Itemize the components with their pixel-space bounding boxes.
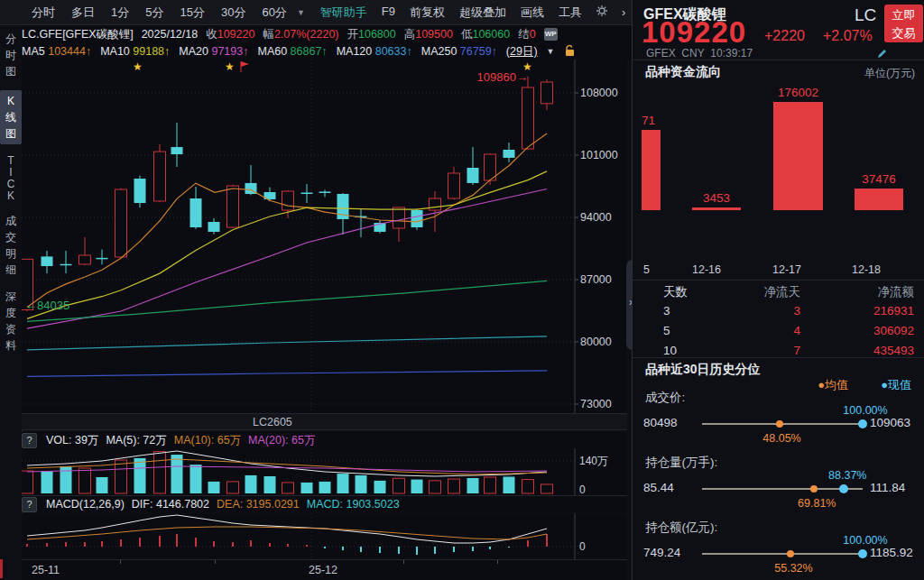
volume-bar: [504, 476, 515, 493]
chevron-down-icon[interactable]: ▼: [295, 8, 313, 17]
volume-bar: [97, 477, 108, 493]
candle: [282, 191, 294, 210]
tab-period-0[interactable]: 分时: [23, 5, 63, 21]
tab-period-5[interactable]: 30分: [213, 5, 254, 21]
sidebar-item-0[interactable]: 分 时 图: [0, 31, 22, 79]
menu-item-4[interactable]: 工具: [551, 5, 589, 21]
current-dot: [858, 419, 867, 428]
svg-text:80000: 80000: [580, 336, 612, 348]
menu-item-1[interactable]: 前复权: [402, 5, 452, 21]
candle: [79, 255, 91, 264]
fund-flow-value: 176002: [778, 86, 818, 99]
sidebar-item-3[interactable]: 成 交 明 细: [0, 213, 22, 278]
svg-text:140万: 140万: [579, 455, 608, 467]
ma-line-MA250: [27, 371, 547, 377]
vol-VOL-MA20: [27, 466, 547, 472]
axis-month-label: 25-11: [32, 564, 60, 576]
axis-month-label: 25-12: [309, 564, 337, 576]
volume-bar: [448, 479, 460, 493]
candle: [208, 222, 220, 232]
fund-flow-bar: [692, 207, 741, 210]
gear-icon[interactable]: [596, 5, 608, 20]
wp-icon[interactable]: WP: [544, 28, 558, 41]
slider-track[interactable]: [702, 553, 863, 555]
contract-tab[interactable]: LC2605: [22, 413, 627, 430]
sidebar-item-4[interactable]: 深 度 资 料: [0, 289, 22, 354]
ma-item: MA20 97193↑: [179, 45, 248, 58]
ma-line-MA120: [27, 336, 547, 350]
candle: [60, 264, 72, 266]
volume-chart[interactable]: 140万0: [22, 448, 627, 495]
candle: [467, 168, 479, 183]
kline-chart[interactable]: 10800010100094000870008000073000★★★10986…: [22, 60, 627, 413]
legend-current: ●现值: [881, 377, 911, 393]
average-dot: [776, 420, 783, 428]
vol-value: VOL: 39万: [46, 433, 98, 448]
slider-max-value: 1185.92: [870, 546, 913, 559]
ma-period-selector[interactable]: (29日): [506, 44, 538, 60]
average-dot: [787, 550, 794, 557]
high-price-annotation: 109860→: [477, 70, 528, 84]
current-pct: 88.37%: [828, 469, 866, 482]
sidebar: 分 时 图K 线 图T I C K成 交 明 细深 度 资 料: [0, 25, 23, 580]
edge-marker: [0, 559, 3, 578]
trading-terminal: 分时多日1分5分15分30分60分 ▼ 智研助手 F9前复权超级叠加画线工具 ›…: [0, 0, 924, 580]
slider-min-value: 80498: [643, 416, 678, 429]
candle: [227, 186, 239, 227]
volume-bar: [337, 474, 349, 493]
time-axis: 25-11 25-12: [22, 559, 627, 580]
quote-field: 开106800: [347, 27, 396, 42]
macd-dea: DEA: 3195.0291: [217, 498, 300, 511]
tab-period-6[interactable]: 60分: [254, 5, 294, 21]
slider-max-value: 109063: [870, 416, 910, 429]
table-row: 54306092: [633, 324, 924, 337]
menu-item-0[interactable]: F9: [374, 5, 402, 21]
expand-chevron-icon[interactable]: ›: [614, 5, 633, 19]
svg-text:108000: 108000: [580, 87, 618, 99]
candle: [541, 82, 553, 104]
chevron-down-icon[interactable]: ▼: [547, 47, 555, 56]
vol-VOL-MA5: [27, 451, 547, 476]
fund-flow-date: 5: [643, 263, 650, 276]
symbol-name: LC.GFE[GFEX碳酸锂]: [22, 27, 134, 42]
menu-item-3[interactable]: 画线: [513, 5, 551, 21]
volume-bar: [79, 468, 91, 493]
tab-period-2[interactable]: 1分: [103, 5, 137, 21]
fund-flow-date: 12-17: [772, 263, 801, 276]
slider-track[interactable]: [702, 488, 863, 490]
fund-flow-bar: [855, 189, 903, 210]
macd-name: MACD(12,26,9): [46, 498, 125, 511]
sidebar-item-2[interactable]: T I C K: [0, 155, 22, 202]
unlock-icon[interactable]: [564, 44, 576, 60]
quote-field: 高109500: [404, 27, 453, 42]
slider-label: 成交价:: [645, 390, 685, 406]
vol-ma20: MA(20): 65万: [248, 433, 315, 448]
average-pct: 55.32%: [774, 562, 812, 575]
table-row: 107435493: [633, 344, 924, 357]
macd-dif: DIF: 4146.7802: [132, 498, 209, 511]
fund-flow-dates: 512-1612-1712-18: [633, 263, 924, 278]
candle: [301, 192, 313, 194]
average-dot: [810, 485, 818, 493]
tab-period-1[interactable]: 多日: [63, 5, 103, 21]
macd-chart[interactable]: 0: [22, 513, 627, 559]
vol-VOL-MA10: [27, 459, 547, 474]
tab-period-3[interactable]: 5分: [137, 5, 171, 21]
candle: [430, 198, 441, 210]
quote-fields: 收109220幅2.07%(2220)开106800高109500低106060…: [206, 27, 535, 42]
volume-bar: [485, 477, 496, 493]
volume-bar: [116, 460, 127, 493]
volume-bar: [264, 476, 276, 493]
quote-field: 收109220: [206, 27, 254, 42]
help-icon[interactable]: ?: [22, 497, 37, 512]
tab-period-4[interactable]: 15分: [171, 5, 212, 21]
quote-field: 幅2.07%(2220): [263, 27, 338, 42]
sidebar-item-1[interactable]: K 线 图: [0, 90, 22, 144]
legend-average: ●均值: [818, 377, 848, 393]
help-icon[interactable]: ?: [22, 433, 37, 448]
vol-ma10: MA(10): 65万: [174, 433, 241, 448]
ai-assistant-button[interactable]: 智研助手: [313, 5, 374, 21]
menu-item-2[interactable]: 超级叠加: [452, 5, 513, 21]
fund-flow-bars: 71345317600237476: [633, 0, 924, 278]
volume-bar: [522, 480, 534, 493]
